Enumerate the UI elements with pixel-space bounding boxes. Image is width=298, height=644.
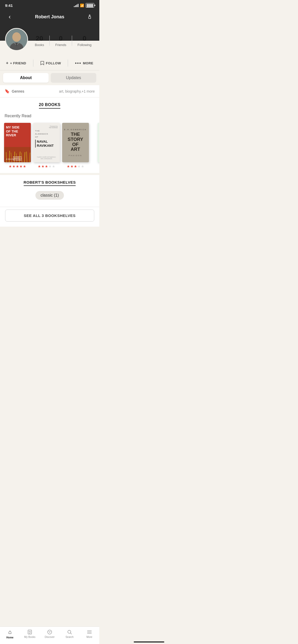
books-scroll: MY SIDEOF THERIVER A Memoir: [0, 120, 99, 173]
book-item[interactable]: Nt RK: [92, 123, 99, 168]
shelf-tag[interactable]: classic (1): [35, 191, 64, 200]
back-button[interactable]: ‹: [5, 12, 14, 21]
books-label: Books: [35, 43, 44, 47]
following-count: 0: [83, 35, 86, 42]
recently-read-label: Recently Read: [0, 111, 99, 120]
book-stars: ★ ★ ★ ★ ★: [9, 164, 26, 168]
friends-count: 0: [59, 35, 62, 42]
book-item[interactable]: MY SIDEOF THERIVER A Memoir: [5, 123, 30, 168]
genres-value: art, biography,+1 more: [59, 89, 95, 93]
book-cover-4: Nt RK: [98, 123, 100, 162]
see-all-button[interactable]: SEE ALL 3 BOOKSHELVES: [5, 210, 94, 222]
book-stars: ★ ★ ★ ★ ★: [67, 164, 84, 168]
bookshelves-title: ROBERT'S BOOKSHELVES: [24, 180, 76, 186]
battery-icon: ▓▓▓: [86, 3, 94, 8]
back-icon: ‹: [9, 13, 11, 20]
add-friend-label: + FRIEND: [10, 61, 26, 65]
follow-label: FOLLOW: [46, 61, 61, 65]
following-stat[interactable]: 0 Following: [77, 35, 91, 47]
share-icon: [87, 14, 92, 20]
friends-label: Friends: [55, 43, 66, 47]
book-item[interactable]: E.H.GOMBRICH THESTORYOFART PHAIDON ★ ★ ★…: [63, 123, 88, 168]
bookshelves-header: ROBERT'S BOOKSHELVES: [0, 175, 99, 188]
book-item[interactable]: Foreword byTIM FERRISS THEALMANACKOF NAV…: [34, 123, 59, 168]
tab-updates[interactable]: Updates: [51, 73, 96, 83]
books-stat[interactable]: 20 Books: [35, 35, 44, 47]
books-count: 20: [36, 35, 43, 42]
wifi-icon: 📶: [80, 4, 84, 7]
action-divider-2: [68, 60, 68, 67]
bookshelves-tags: classic (1): [0, 188, 99, 207]
status-time: 9:41: [5, 3, 13, 8]
more-button[interactable]: ••• MORE: [75, 61, 93, 66]
genres-label: Genres: [12, 89, 24, 93]
status-bar: 9:41 📶 ▓▓▓: [0, 0, 99, 10]
action-buttons: + + FRIEND FOLLOW ••• MORE: [0, 56, 99, 70]
avatar-container: [5, 25, 28, 51]
follow-button[interactable]: FOLLOW: [40, 61, 61, 65]
stat-divider-1: [49, 36, 50, 46]
stat-divider-2: [72, 36, 72, 46]
tabs: About Updates: [0, 70, 99, 85]
avatar-image: [6, 28, 27, 51]
add-friend-button[interactable]: + + FRIEND: [6, 61, 26, 65]
following-label: Following: [77, 43, 91, 47]
svg-rect-0: [89, 17, 91, 19]
bookmark-icon: [40, 61, 44, 65]
more-dots-icon: •••: [75, 61, 82, 66]
see-all-section: SEE ALL 3 BOOKSHELVES: [0, 207, 99, 227]
books-section-header: 20 BOOKS: [0, 97, 99, 111]
friends-stat[interactable]: 0 Friends: [55, 35, 66, 47]
tab-about[interactable]: About: [3, 73, 49, 83]
genres-row[interactable]: 🔖 Genres art, biography,+1 more: [0, 85, 99, 97]
book-cover-1: MY SIDEOF THERIVER A Memoir: [4, 123, 31, 162]
avatar: [5, 28, 28, 51]
profile-hero: 20 Books 0 Friends 0 Following: [0, 25, 99, 56]
stats-row: 20 Books 0 Friends 0 Following: [32, 35, 94, 47]
more-label: MORE: [83, 61, 93, 65]
signal-icon: [74, 4, 78, 7]
book-cover-2: Foreword byTIM FERRISS THEALMANACKOF NAV…: [33, 123, 60, 162]
page-title: Robert Jonas: [35, 14, 64, 20]
svg-point-2: [12, 32, 21, 42]
share-button[interactable]: [85, 12, 94, 21]
genres-bookmark-icon: 🔖: [5, 89, 10, 94]
action-divider-1: [33, 60, 33, 67]
status-icons: 📶 ▓▓▓: [74, 3, 94, 8]
add-friend-icon: +: [6, 61, 9, 65]
header: ‹ Robert Jonas: [0, 10, 99, 25]
book-cover-3: E.H.GOMBRICH THESTORYOFART PHAIDON: [62, 123, 89, 162]
books-section-title: 20 BOOKS: [39, 103, 61, 109]
book-stars: ★ ★ ★ ★ ★: [38, 164, 55, 168]
bookshelves-section: ROBERT'S BOOKSHELVES classic (1) SEE ALL…: [0, 175, 99, 227]
